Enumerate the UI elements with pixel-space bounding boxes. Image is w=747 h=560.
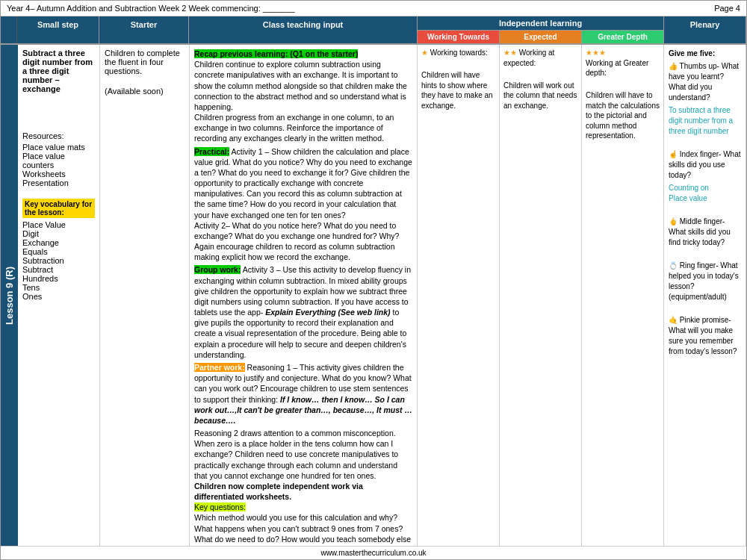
starter-column: Children to complete the fluent in four …	[100, 45, 190, 546]
header-starter: Starter	[99, 16, 189, 43]
resources-list: Place value matsPlace value countersWork…	[22, 143, 95, 187]
wt-stars: ★ Working towards:	[421, 48, 495, 58]
header-working-towards: Working Towards	[418, 31, 500, 43]
plenary-index: ☝ Index finger- What skills did you use …	[669, 149, 741, 181]
teaching-group: Group work: Activity 3 – Use this activi…	[194, 264, 412, 360]
gd-stars: ★★★Working at Greater depth:	[586, 48, 660, 78]
footer-url: www.masterthecurriculum.co.uk	[320, 549, 426, 557]
footer: www.masterthecurriculum.co.uk	[1, 546, 746, 559]
teaching-reasoning2: Reasoning 2 draws attention to a common …	[194, 428, 412, 546]
greater-depth-column: ★★★Working at Greater depth: Children wi…	[582, 45, 663, 546]
teaching-practical: Practical: Activity 1 – Show children th…	[194, 146, 412, 263]
plenary-counting: Counting onPlace value	[669, 183, 741, 204]
top-bar: Year 4– Autumn Addition and Subtraction …	[1, 1, 746, 16]
header-independent: Independent learning	[418, 16, 663, 31]
header-greater-depth: Greater Depth	[582, 31, 663, 43]
plenary-thumbs: 👍 Thumbs up- What have you learnt? What …	[669, 61, 741, 103]
header-row: Small step Starter Class teaching input …	[1, 16, 746, 45]
gd-body: Children will have to match the calculat…	[586, 90, 660, 141]
header-plenary: Plenary	[664, 16, 746, 43]
expected-column: ★★ Working at expected: Children will wo…	[500, 45, 582, 546]
teaching-recap: Recap previous learning: (Q1 on the star…	[194, 49, 412, 144]
wt-body: Children will have hints to show where t…	[421, 70, 495, 111]
plenary-ring: 💍 Ring finger- What helped you in today'…	[669, 261, 741, 302]
exp-stars: ★★ Working at expected:	[503, 48, 577, 68]
vocab-list: Place ValueDigitExchangeEqualsSubtractio…	[22, 220, 95, 301]
plenary-pinkie: 🤙 Pinkie promise- What will you make sur…	[669, 315, 741, 357]
header-small-step: Small step	[17, 16, 99, 43]
plenary-column: Give me five: 👍 Thumbs up- What have you…	[664, 45, 746, 546]
working-towards-column: ★ Working towards: Children will have hi…	[418, 45, 500, 546]
plenary-intro: Give me five:	[669, 49, 741, 59]
independent-columns: ★ Working towards: Children will have hi…	[418, 45, 664, 546]
plenary-middle: 🖕 Middle finger- What skills did you fin…	[669, 217, 741, 248]
teaching-column: Recap previous learning: (Q1 on the star…	[190, 45, 418, 546]
lesson-label: Lesson 9 (R)	[1, 45, 18, 546]
plenary-subtract-link: To subtract a three digit number from a …	[669, 105, 741, 137]
small-step-column: Subtract a three digit number from a thr…	[18, 45, 100, 546]
starter-available: (Available soon)	[105, 87, 185, 96]
columns-wrapper: Subtract a three digit number from a thr…	[18, 45, 746, 546]
page-title: Year 4– Autumn Addition and Subtraction …	[7, 4, 295, 13]
key-vocab-label: Key vocabulary for the lesson:	[22, 199, 95, 218]
header-teaching: Class teaching input	[189, 16, 418, 43]
small-step-title: Subtract a three digit number from a thr…	[22, 49, 95, 93]
teaching-partner: Partner work: Reasoning 1 – This activit…	[194, 362, 412, 426]
page-number: Page 4	[714, 4, 740, 13]
header-expected: Expected	[500, 31, 582, 43]
exp-body: Children will work out the column that n…	[503, 81, 577, 111]
starter-text: Children to complete the fluent in four …	[105, 49, 185, 75]
resources-label: Resources:	[22, 131, 95, 140]
main-content: Lesson 9 (R) Subtract a three digit numb…	[1, 45, 746, 546]
